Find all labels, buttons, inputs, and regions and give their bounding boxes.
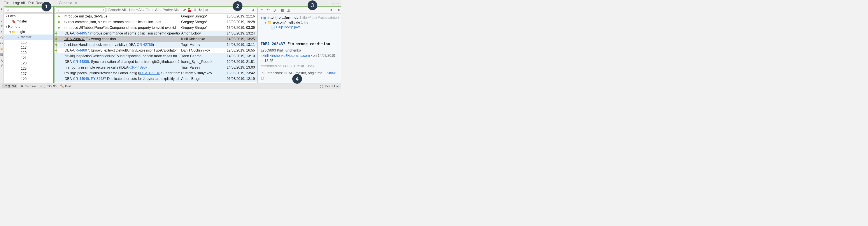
svg-point-6	[252, 9, 254, 10]
tool-event-log[interactable]: ◯ Event Log	[320, 84, 340, 88]
collapse-icon[interactable]: ⇥	[335, 7, 341, 13]
terminal-icon: ⌘	[20, 84, 24, 88]
tree-ref[interactable]: 129	[4, 76, 53, 82]
badge-2: 2	[233, 1, 242, 11]
diff-icon[interactable]: ◫	[286, 7, 291, 13]
svg-point-0	[333, 3, 334, 3]
commit-row[interactable]: introduce nullize(s, defValue)Gregory.Sh…	[55, 13, 257, 19]
tree-local-master[interactable]: 🔖 master	[4, 19, 53, 24]
commit-row[interactable]: IDEA-CR-44949: PY-34437 Duplicate shortc…	[55, 76, 257, 82]
commit-row[interactable]: JoinLinesHandler: check marker validity …	[55, 42, 257, 48]
branch-icon: ⎇	[3, 84, 7, 88]
filter-paths[interactable]: Paths: All ▾	[162, 8, 180, 12]
folder-icon: 📁	[12, 30, 16, 34]
folder-icon: 📁	[267, 21, 272, 25]
tree-origin-master[interactable]: ★ master	[4, 35, 53, 40]
close-icon[interactable]: ×	[75, 1, 77, 5]
tree-ref[interactable]: 123	[4, 61, 53, 66]
changed-files-tree[interactable]: ▾ ▣ intellij.platform.ide 1 file ~/IdeaP…	[260, 15, 339, 30]
author-email[interactable]: kirill.kirichenko@jetbrains.com	[262, 54, 310, 58]
refresh-icon[interactable]: ⟳	[0, 41, 3, 45]
align-top-icon[interactable]: ⊼	[0, 59, 3, 62]
badge-3: 3	[308, 0, 317, 10]
list-icon: ≡	[40, 84, 42, 88]
tree-ref[interactable]: 119	[4, 50, 53, 55]
tree-remote[interactable]: ▾Remote	[4, 24, 53, 29]
sort-icon[interactable]: ⇅	[192, 8, 197, 12]
top-tab-bar: Git: Log: all Pull Reque Console × —	[0, 0, 341, 6]
commit-row[interactable]: Infer purity in simple recursive calls (…	[55, 65, 257, 70]
commit-row[interactable]: IDEA-CR-44897: [groovy] extract DefaultU…	[55, 48, 257, 53]
history-icon[interactable]: ◷	[272, 7, 277, 13]
svg-point-2	[7, 9, 8, 10]
tree-local[interactable]: ▾Local	[4, 13, 53, 19]
commit-meta: a93c9893 Kirill Kirichenko <kirill.kiric…	[260, 48, 339, 69]
back-icon[interactable]	[0, 7, 3, 11]
filter-date[interactable]: Date: All ▾	[145, 8, 161, 12]
eye-icon[interactable]: 👁	[197, 8, 203, 12]
commit-row[interactable]: ↓IDEA-CR-44957 improve performance of so…	[55, 31, 257, 36]
svg-point-3	[58, 9, 59, 10]
align-bottom-icon[interactable]: ⊻	[0, 64, 3, 68]
log-search-input[interactable]	[60, 8, 101, 12]
tab-log[interactable]: Log: all	[11, 0, 27, 6]
find-icon[interactable]	[251, 8, 255, 12]
gear-icon[interactable]	[331, 1, 335, 5]
tab-console[interactable]: Console	[57, 0, 74, 6]
branches-info: In 3 branches: HEAD, master, origin/ma…	[260, 71, 326, 75]
tree-ref[interactable]: 127	[4, 71, 53, 76]
tool-terminal[interactable]: ⌘ Terminal	[20, 84, 37, 88]
tool-todo[interactable]: ≡ 6: TODO	[40, 84, 57, 88]
left-gutter: ＋ ↙ ✦ ⟳ ★ ▦ ⊼ ⊻	[0, 6, 4, 83]
commit-row[interactable]: introduce JBTabbedPane#tabComponentInset…	[55, 25, 257, 31]
status-bar: ⎇ 9: Git ⌘ Terminal ≡ 6: TODO 🔨 Build ◯ …	[0, 83, 341, 89]
delete-icon[interactable]	[0, 25, 3, 28]
expand-icon[interactable]: ⇤	[329, 7, 335, 13]
commit-row[interactable]: extract common json, structural search a…	[55, 19, 257, 25]
layout-icon[interactable]: ▦	[0, 53, 3, 57]
badge-1: 1	[41, 2, 51, 11]
tree-ref[interactable]: 121	[4, 55, 53, 61]
tree-ref[interactable]: 115	[4, 40, 53, 45]
branches-panel: ▾Local 🔖 master ▾Remote ▾ 📁 origin ★ mas…	[4, 6, 54, 83]
changed-file[interactable]: HelpTooltip.java	[276, 25, 301, 29]
star-icon[interactable]: ★	[0, 47, 3, 51]
tree-origin[interactable]: ▾ 📁 origin	[4, 29, 53, 35]
log-panel: Branch: All ▾ User: All ▾ Date: All ▾ Pa…	[54, 6, 257, 83]
open-tab-icon[interactable]: ⧉	[204, 8, 209, 12]
filter-settings-icon[interactable]	[101, 9, 104, 11]
commit-message: IDEA-208437 Fix wrong condition	[260, 42, 339, 46]
reload-icon[interactable]: ⟳	[182, 8, 187, 12]
filter-branch[interactable]: Branch: All ▾	[107, 8, 128, 12]
commit-row[interactable]: TrailingSpacesOptionsProvider for Editor…	[55, 70, 257, 76]
cherry-pick-icon[interactable]: 🍒	[187, 8, 192, 12]
undo-icon[interactable]: ↶	[266, 7, 271, 13]
commit-row[interactable]: IDEA-CR-44889: Synchronization of change…	[55, 59, 257, 65]
commit-row[interactable]: [devkit] InspectionDescriptionNotFoundIn…	[55, 53, 257, 59]
search-icon[interactable]	[0, 36, 3, 39]
commit-list[interactable]: introduce nullize(s, defValue)Gregory.Sh…	[55, 13, 257, 83]
balloon-icon: ◯	[320, 84, 323, 88]
log-filter-bar: Branch: All ▾ User: All ▾ Date: All ▾ Pa…	[55, 6, 257, 13]
svg-point-5	[102, 9, 104, 11]
commit-row[interactable]: IDEA-208437 Fix wrong conditionKirill Ki…	[55, 36, 257, 42]
tree-ref[interactable]: 117	[4, 45, 53, 50]
collapse-icon[interactable]: ↙	[0, 19, 3, 22]
plus-icon[interactable]: ＋	[0, 13, 3, 16]
svg-point-1	[1, 36, 2, 38]
minimize-icon[interactable]: —	[336, 1, 340, 5]
star-icon: ★	[17, 35, 20, 39]
svg-point-4	[103, 10, 103, 10]
badge-4: 4	[292, 74, 302, 84]
sparkle-icon[interactable]: ✦	[0, 30, 3, 34]
module-icon: ▣	[263, 16, 267, 20]
tree-ref[interactable]: 131	[4, 82, 53, 83]
tool-git[interactable]: ⎇ 9: Git	[2, 84, 17, 88]
group-icon[interactable]: ▦	[280, 7, 285, 13]
tree-ref[interactable]: 125	[4, 66, 53, 71]
filter-user[interactable]: User: All ▾	[128, 8, 145, 12]
log-search[interactable]	[56, 7, 106, 13]
tool-build[interactable]: 🔨 Build	[60, 84, 72, 88]
branch-tree[interactable]: ▾Local 🔖 master ▾Remote ▾ 📁 origin ★ mas…	[4, 13, 53, 83]
sparkle-icon[interactable]: ✦	[259, 7, 265, 13]
